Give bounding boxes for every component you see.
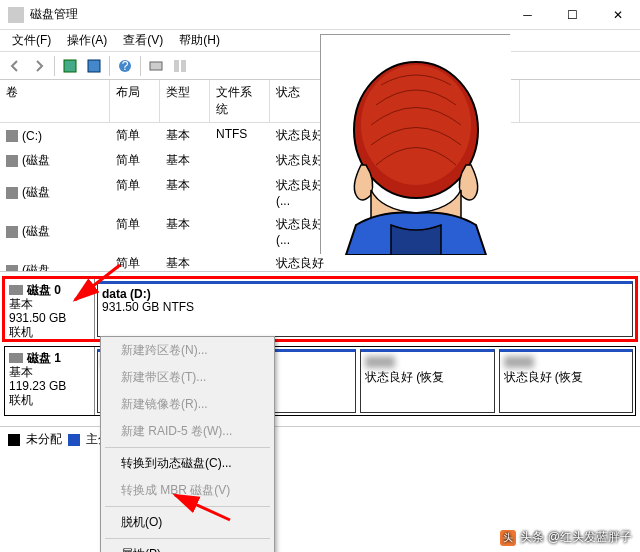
- menu-help[interactable]: 帮助(H): [171, 30, 228, 51]
- volume-icon: [6, 130, 18, 142]
- ctx-properties[interactable]: 属性(P): [101, 541, 274, 552]
- overlay-cartoon-image: [320, 34, 510, 254]
- disk-0-partitions: data (D:) 931.50 GB NTFS: [95, 279, 635, 339]
- context-menu: 新建跨区卷(N)... 新建带区卷(T)... 新建镜像卷(R)... 新建 R…: [100, 336, 275, 552]
- menu-file[interactable]: 文件(F): [4, 30, 59, 51]
- disk-icon: [9, 353, 23, 363]
- partition-2[interactable]: 状态良好 (恢复: [360, 349, 495, 413]
- col-type[interactable]: 类型: [160, 80, 210, 122]
- ctx-separator: [105, 506, 270, 507]
- legend-bar: 未分配 主分区: [0, 426, 640, 452]
- help-icon[interactable]: ?: [114, 55, 136, 77]
- legend-unallocated-label: 未分配: [26, 431, 62, 448]
- partition-data-d[interactable]: data (D:) 931.50 GB NTFS: [97, 281, 633, 337]
- window-title: 磁盘管理: [30, 6, 505, 23]
- menu-view[interactable]: 查看(V): [115, 30, 171, 51]
- app-icon: [8, 7, 24, 23]
- ctx-convert-dynamic[interactable]: 转换到动态磁盘(C)...: [101, 450, 274, 477]
- col-volume[interactable]: 卷: [0, 80, 110, 122]
- volume-icon: [6, 226, 18, 238]
- legend-unallocated-swatch: [8, 434, 20, 446]
- toolbar-icon-2[interactable]: [83, 55, 105, 77]
- svg-rect-4: [150, 62, 162, 70]
- disk-0-row[interactable]: 磁盘 0 基本 931.50 GB 联机 data (D:) 931.50 GB…: [4, 278, 636, 340]
- volume-icon: [6, 155, 18, 167]
- ctx-separator: [105, 447, 270, 448]
- close-button[interactable]: ✕: [595, 0, 640, 30]
- toolbar-icon-4[interactable]: [169, 55, 191, 77]
- disk-0-header[interactable]: 磁盘 0 基本 931.50 GB 联机: [5, 279, 95, 339]
- disk-graphical-view: 磁盘 0 基本 931.50 GB 联机 data (D:) 931.50 GB…: [0, 274, 640, 426]
- minimize-button[interactable]: ─: [505, 0, 550, 30]
- ctx-new-striped-volume[interactable]: 新建带区卷(T)...: [101, 364, 274, 391]
- disk-icon: [9, 285, 23, 295]
- ctx-new-mirrored-volume[interactable]: 新建镜像卷(R)...: [101, 391, 274, 418]
- toolbar-icon-3[interactable]: [145, 55, 167, 77]
- menu-action[interactable]: 操作(A): [59, 30, 115, 51]
- legend-primary-swatch: [68, 434, 80, 446]
- disk-1-header[interactable]: 磁盘 1 基本 119.23 GB 联机: [5, 347, 95, 415]
- svg-rect-1: [88, 60, 100, 72]
- watermark-text: 头条 @红头发蓝胖子: [520, 529, 632, 546]
- watermark: 头 头条 @红头发蓝胖子: [500, 529, 632, 546]
- ctx-new-spanned-volume[interactable]: 新建跨区卷(N)...: [101, 337, 274, 364]
- ctx-new-raid5-volume[interactable]: 新建 RAID-5 卷(W)...: [101, 418, 274, 445]
- back-button[interactable]: [4, 55, 26, 77]
- blurred-text: [365, 356, 395, 368]
- ctx-convert-mbr[interactable]: 转换成 MBR 磁盘(V): [101, 477, 274, 504]
- maximize-button[interactable]: ☐: [550, 0, 595, 30]
- partition-3[interactable]: 状态良好 (恢复: [499, 349, 634, 413]
- blurred-text: [504, 356, 534, 368]
- svg-rect-0: [64, 60, 76, 72]
- volume-icon: [6, 265, 18, 273]
- svg-rect-5: [174, 60, 179, 72]
- window-titlebar: 磁盘管理 ─ ☐ ✕: [0, 0, 640, 30]
- svg-text:?: ?: [122, 59, 129, 73]
- svg-point-9: [361, 65, 471, 185]
- ctx-offline[interactable]: 脱机(O): [101, 509, 274, 536]
- col-filesystem[interactable]: 文件系统: [210, 80, 270, 122]
- forward-button[interactable]: [28, 55, 50, 77]
- watermark-logo-icon: 头: [500, 530, 516, 546]
- disk-1-row[interactable]: 磁盘 1 基本 119.23 GB 联机 0 GB NTFS 良好 (启动, 页…: [4, 346, 636, 416]
- ctx-separator: [105, 538, 270, 539]
- toolbar-icon-1[interactable]: [59, 55, 81, 77]
- col-layout[interactable]: 布局: [110, 80, 160, 122]
- svg-rect-6: [181, 60, 186, 72]
- table-row[interactable]: (磁盘简单基本状态良好 (...: [0, 251, 640, 272]
- volume-icon: [6, 187, 18, 199]
- window-controls: ─ ☐ ✕: [505, 0, 640, 30]
